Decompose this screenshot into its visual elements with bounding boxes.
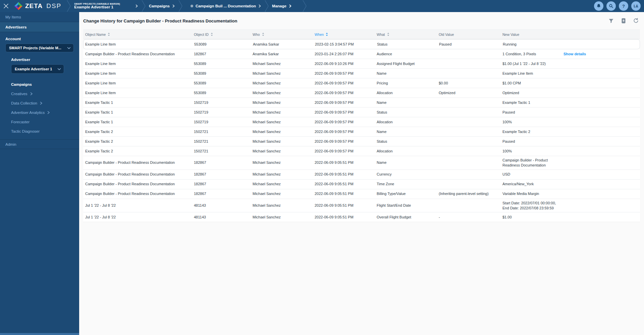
cell-when: 2022-06-09 9:09:57 PM [315,79,377,87]
filter-button[interactable] [608,17,614,24]
cell-old-value [439,120,502,124]
cell-what: Billing Type/Value [377,190,439,198]
brand-zeta: ZETA [25,2,43,10]
search-button[interactable] [606,1,616,11]
chevron-right-icon [135,4,138,8]
table-row[interactable]: Example Tactic 11502719Michael Sanchez20… [83,117,640,127]
column-header-when[interactable]: When [315,32,377,37]
cell-details [564,91,640,94]
notifications-button[interactable] [594,1,603,11]
cell-when: 2022-06-09 9:09:57 PM [315,118,377,126]
sidebar-item-admin[interactable]: Admin [0,139,79,149]
cell-new-value: Campaign Builder - Product Readiness Doc… [502,156,564,170]
column-header-who[interactable]: Who [253,32,315,37]
export-button[interactable] [620,17,627,24]
cell-who: Michael Sanchez [253,79,315,87]
cell-what: Status [377,108,439,117]
refresh-button[interactable] [633,17,639,24]
sidebar-item-forecaster[interactable]: Forecaster [11,117,74,127]
cell-new-value: $1.00 (Jul 1 '22 - Jul 8 '22) [502,60,564,68]
table-row[interactable]: Example Line Item553089Anamika Sarkar202… [83,39,640,49]
cell-old-value: (Inheriting parent-level setting) [439,190,502,198]
cell-object-name: Example Line Item [83,69,194,78]
cell-object-name: Campaign Builder - Product Readiness Doc… [83,158,194,167]
cell-object-id: 553089 [194,89,253,97]
cell-object-name: Campaign Builder - Product Readiness Doc… [83,180,194,188]
table-row[interactable]: Jul 1 '22 - Jul 8 '22481143Michael Sanch… [83,212,640,222]
breadcrumb-campaigns[interactable]: Campaigns [146,4,178,8]
column-header-object-id[interactable]: Object ID [194,32,253,37]
sidebar-item-advertisers[interactable]: Advertisers [0,22,79,32]
cell-when: 2022-06-09 9:10:26 PM [315,60,377,68]
breadcrumb-manage[interactable]: Manage [269,4,294,8]
sidebar-scrollbar[interactable] [0,333,79,335]
help-button[interactable]: ? [619,1,628,11]
table-row[interactable]: Campaign Builder - Product Readiness Doc… [83,189,640,199]
cell-new-value: Example Line Item [502,69,564,78]
cell-old-value [439,111,502,114]
cell-old-value [439,204,502,207]
sidebar-item-my-items[interactable]: My Items [0,12,79,22]
cell-old-value [439,101,502,104]
cell-when: 2022-06-09 9:09:57 PM [315,137,377,146]
cell-old-value [439,72,502,75]
cell-object-id: 553089 [194,69,253,78]
cell-new-value: Optimized [502,89,564,97]
show-details-link[interactable]: Show details [564,50,640,58]
sidebar-item-creatives[interactable]: Creatives [11,89,74,98]
table-row[interactable]: Example Tactic 11502719Michael Sanchez20… [83,98,640,108]
sidebar-item-data-collection[interactable]: Data Collection [11,98,74,108]
cell-when: 2022-06-09 9:05:51 PM [315,201,377,210]
table-row[interactable]: Example Tactic 11502719Michael Sanchez20… [83,108,640,117]
table-row[interactable]: Example Tactic 21502721Michael Sanchez20… [83,127,640,137]
table-row[interactable]: Example Tactic 21502721Michael Sanchez20… [83,137,640,146]
advertiser-select[interactable]: Example Advertiser 1 [11,64,64,74]
account-select[interactable]: SMART Projects (Variable M... [5,44,74,52]
sidebar-item-tactic-diagnoser[interactable]: Tactic Diagnoser [11,127,74,136]
close-icon[interactable] [0,0,12,12]
cell-object-name: Example Tactic 2 [83,128,194,136]
top-navigation-bar: ZETA DSP SMART PROJECTS (VARIABLE MARGIN… [0,0,644,12]
cell-details [564,101,640,104]
breadcrumb-advertiser[interactable]: SMART PROJECTS (VARIABLE MARGIN) Example… [71,3,141,10]
cell-object-name: Example Tactic 1 [83,108,194,117]
cell-details [564,72,640,75]
column-header-object-name[interactable]: Object Name [83,32,194,37]
table-row[interactable]: Jul 1 '22 - Jul 8 '22481143Michael Sanch… [83,199,640,213]
zeta-dsp-logo[interactable]: ZETA DSP [14,2,61,10]
cell-what: Allocation [377,118,439,126]
cell-old-value [439,173,502,176]
cell-when: 2022-06-09 9:09:57 PM [315,128,377,136]
table-row[interactable]: Example Line Item553089Michael Sanchez20… [83,69,640,78]
column-header-what[interactable]: What [377,32,439,37]
column-header-old-value: Old Value [439,32,502,37]
cell-when: 2022-06-09 9:05:51 PM [315,170,377,179]
avatar[interactable]: L& [631,1,641,11]
cell-old-value [439,140,502,143]
cell-who: Michael Sanchez [253,69,315,78]
table-row[interactable]: Example Line Item553089Michael Sanchez20… [83,59,640,69]
sidebar-item-advertiser-analytics[interactable]: Advertiser Analytics [11,108,74,117]
table-row[interactable]: Example Line Item553089Michael Sanchez20… [83,88,640,98]
cell-object-name: Jul 1 '22 - Jul 8 '22 [83,213,194,221]
sidebar-item-campaigns[interactable]: Campaigns [11,80,74,89]
cell-details [564,120,640,124]
cell-old-value [439,62,502,65]
cell-new-value: USD [502,170,564,179]
table-row[interactable]: Example Tactic 21502721Michael Sanchez20… [83,146,640,156]
cell-object-id: 1502719 [194,98,253,107]
sidebar-nav: CampaignsCreativesData CollectionAdverti… [11,80,74,136]
sidebar: My Items Advertisers Account SMART Proje… [0,12,79,335]
table-row[interactable]: Campaign Builder - Product Readiness Doc… [83,156,640,170]
table-row[interactable]: Example Line Item553089Michael Sanchez20… [83,78,640,88]
main-content: Change History for Campaign Builder - Pr… [79,12,644,335]
cell-new-value: Example Tactic 2 [502,128,564,136]
breadcrumb-campaign[interactable]: Campaign Buil ... Documentation [188,4,264,8]
cell-object-id: 553089 [194,79,253,87]
table-row[interactable]: Campaign Builder - Product Readiness Doc… [83,49,640,59]
table-row[interactable]: Campaign Builder - Product Readiness Doc… [83,180,640,189]
table-row[interactable]: Campaign Builder - Product Readiness Doc… [83,170,640,180]
cell-what: Status [377,137,439,146]
advertiser-label: Advertiser [11,58,74,62]
chevron-down-icon [67,47,71,49]
